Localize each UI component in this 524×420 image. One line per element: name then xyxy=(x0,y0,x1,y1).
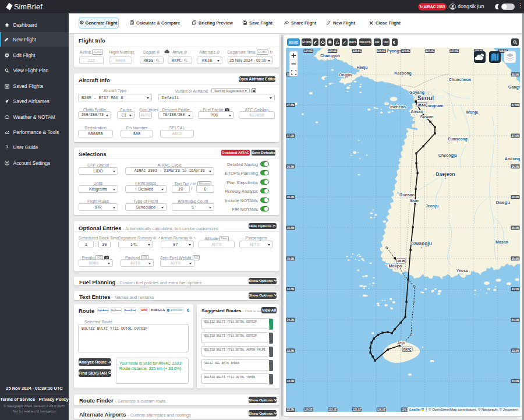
svg-text:124.5E: 124.5E xyxy=(304,408,313,411)
svg-text:126.0E: 126.0E xyxy=(377,408,385,411)
svg-text:Wonju: Wonju xyxy=(466,110,478,115)
svg-text:37.5N: 37.5N xyxy=(512,104,519,107)
svg-text:35.0N: 35.0N xyxy=(512,257,519,260)
svg-text:37.0N: 37.0N xyxy=(287,135,295,137)
svg-text:37.0N: 37.0N xyxy=(512,135,519,137)
svg-text:Haeju: Haeju xyxy=(356,65,367,70)
svg-text:Yeosu: Yeosu xyxy=(456,269,469,273)
svg-text:126.0E: 126.0E xyxy=(377,50,385,52)
svg-text:Seoul: Seoul xyxy=(417,94,434,101)
svg-text:35.5N: 35.5N xyxy=(287,227,295,230)
svg-text:Gangne: Gangne xyxy=(508,85,520,90)
svg-text:Daejeon: Daejeon xyxy=(436,171,455,177)
svg-text:33.0N: 33.0N xyxy=(287,380,295,383)
svg-text:Jeju: Jeju xyxy=(397,341,405,345)
svg-text:Ongjin: Ongjin xyxy=(339,73,352,77)
svg-text:RKPC: RKPC xyxy=(403,348,412,351)
svg-text:127.5E: 127.5E xyxy=(450,50,459,52)
svg-text:124.5E: 124.5E xyxy=(304,50,313,52)
svg-text:125.5E: 125.5E xyxy=(353,408,362,411)
svg-text:37.5N: 37.5N xyxy=(287,104,295,107)
svg-text:Ansan: Ansan xyxy=(410,110,423,114)
svg-text:36.5N: 36.5N xyxy=(287,165,295,168)
svg-text:ongnam: ongnam xyxy=(427,104,443,108)
svg-text:125.0E: 125.0E xyxy=(328,50,337,52)
svg-text:RKJB: RKJB xyxy=(397,260,405,263)
svg-text:RKSS: RKSS xyxy=(418,104,426,107)
svg-text:Daegu: Daegu xyxy=(496,200,511,205)
svg-text:125.0E: 125.0E xyxy=(328,408,337,411)
svg-text:Suwon: Suwon xyxy=(420,115,434,119)
svg-text:Kaesong: Kaesong xyxy=(394,71,412,76)
svg-text:Masan: Masan xyxy=(495,240,508,244)
svg-text:34.0N: 34.0N xyxy=(287,319,295,322)
svg-text:34.5N: 34.5N xyxy=(287,288,295,291)
svg-text:Iksan: Iksan xyxy=(410,199,420,203)
svg-text:32.5N: 32.5N xyxy=(287,408,295,411)
svg-text:125.5E: 125.5E xyxy=(353,50,362,52)
svg-text:36.0N: 36.0N xyxy=(512,196,519,199)
svg-text:Mokpo: Mokpo xyxy=(389,264,402,269)
svg-text:33.0N: 33.0N xyxy=(512,380,519,383)
svg-text:Gwangju: Gwangju xyxy=(411,241,432,246)
svg-text:Andong: Andong xyxy=(505,157,520,161)
svg-text:Chuncheon: Chuncheon xyxy=(449,77,472,82)
svg-text:36.0N: 36.0N xyxy=(287,196,295,199)
svg-text:33.5N: 33.5N xyxy=(287,350,295,352)
svg-text:34.0N: 34.0N xyxy=(512,319,519,322)
svg-text:38.0N: 38.0N xyxy=(512,73,519,76)
svg-text:127.0E: 127.0E xyxy=(426,50,434,52)
svg-text:126.5E: 126.5E xyxy=(401,50,410,52)
svg-text:Leaflet │ © OpenStreetMap: Leaflet │ © OpenStreetMap contributors, … xyxy=(409,407,518,412)
svg-text:35.5N: 35.5N xyxy=(512,227,519,230)
svg-text:Changyon: Changyon xyxy=(320,54,340,58)
svg-text:36.5N: 36.5N xyxy=(512,165,519,168)
svg-text:Gunsan: Gunsan xyxy=(399,193,415,197)
svg-text:35.0N: 35.0N xyxy=(287,257,295,260)
svg-text:34.5N: 34.5N xyxy=(512,288,519,291)
svg-text:Cheongju: Cheongju xyxy=(438,153,457,158)
svg-text:Incheon: Incheon xyxy=(390,105,406,109)
svg-text:33.5N: 33.5N xyxy=(512,350,519,352)
svg-text:Eumseong: Eumseong xyxy=(448,137,467,142)
svg-text:Jeonju: Jeonju xyxy=(426,204,439,209)
